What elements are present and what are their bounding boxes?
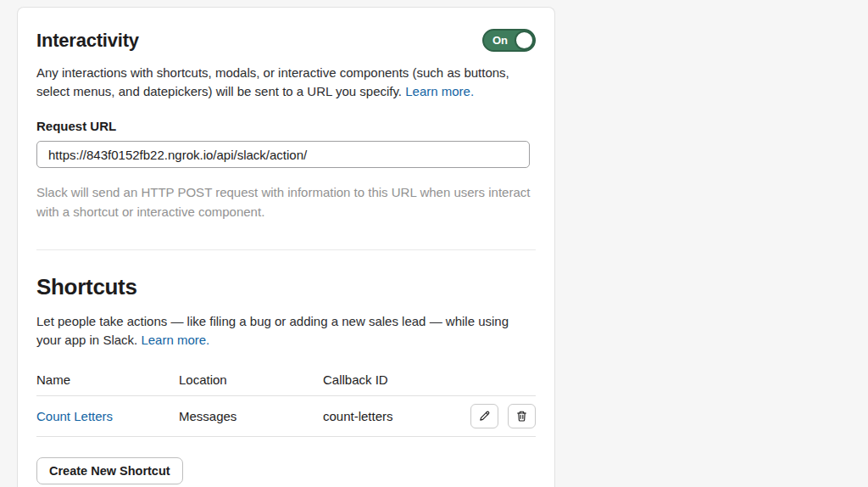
column-header-callback-id: Callback ID bbox=[323, 372, 536, 387]
shortcut-name-link[interactable]: Count Letters bbox=[36, 409, 113, 423]
shortcut-callback-id-cell: count-letters bbox=[323, 409, 470, 423]
toggle-on-label: On bbox=[492, 35, 508, 46]
shortcuts-learn-more-link[interactable]: Learn more. bbox=[141, 333, 209, 347]
toggle-knob bbox=[515, 31, 534, 50]
row-actions bbox=[470, 404, 536, 428]
delete-shortcut-button[interactable] bbox=[508, 404, 536, 428]
shortcuts-table: Name Location Callback ID Count Letters … bbox=[36, 372, 536, 437]
pencil-icon bbox=[478, 410, 491, 423]
interactivity-title: Interactivity bbox=[36, 30, 139, 52]
shortcut-location-cell: Messages bbox=[179, 409, 323, 423]
request-url-help-text: Slack will send an HTTP POST request wit… bbox=[36, 182, 536, 221]
interactivity-description: Any interactions with shortcuts, modals,… bbox=[36, 64, 536, 101]
shortcuts-description-text: Let people take actions — like filing a … bbox=[36, 314, 509, 347]
interactivity-section-header: Interactivity On bbox=[36, 29, 536, 52]
shortcuts-table-header: Name Location Callback ID bbox=[36, 372, 536, 396]
shortcuts-description: Let people take actions — like filing a … bbox=[36, 312, 536, 350]
request-url-label: Request URL bbox=[36, 119, 536, 133]
interactivity-learn-more-link[interactable]: Learn more. bbox=[405, 84, 474, 98]
table-row: Count Letters Messages count-letters bbox=[36, 396, 536, 437]
edit-shortcut-button[interactable] bbox=[470, 404, 498, 428]
shortcuts-title: Shortcuts bbox=[36, 274, 536, 300]
section-divider bbox=[36, 249, 536, 250]
request-url-input[interactable] bbox=[36, 141, 530, 168]
app-settings-panel: Interactivity On Any interactions with s… bbox=[17, 7, 555, 487]
interactivity-toggle[interactable]: On bbox=[482, 29, 536, 52]
column-header-location: Location bbox=[179, 372, 323, 387]
trash-icon bbox=[515, 410, 528, 423]
column-header-name: Name bbox=[36, 372, 179, 387]
create-new-shortcut-button[interactable]: Create New Shortcut bbox=[36, 457, 183, 484]
